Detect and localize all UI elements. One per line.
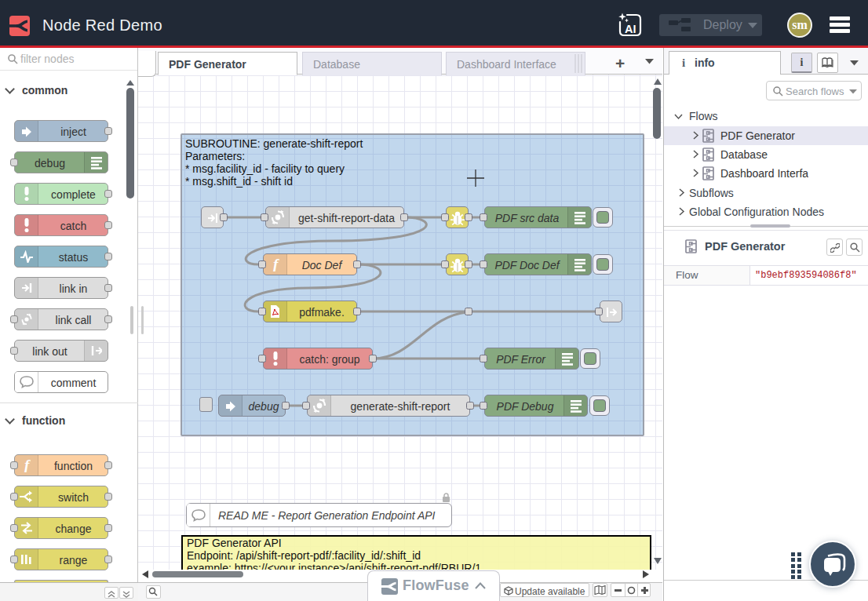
svg-text:f: f [273,257,279,271]
svg-text:f: f [24,458,31,472]
svg-text:AI: AI [625,23,636,35]
